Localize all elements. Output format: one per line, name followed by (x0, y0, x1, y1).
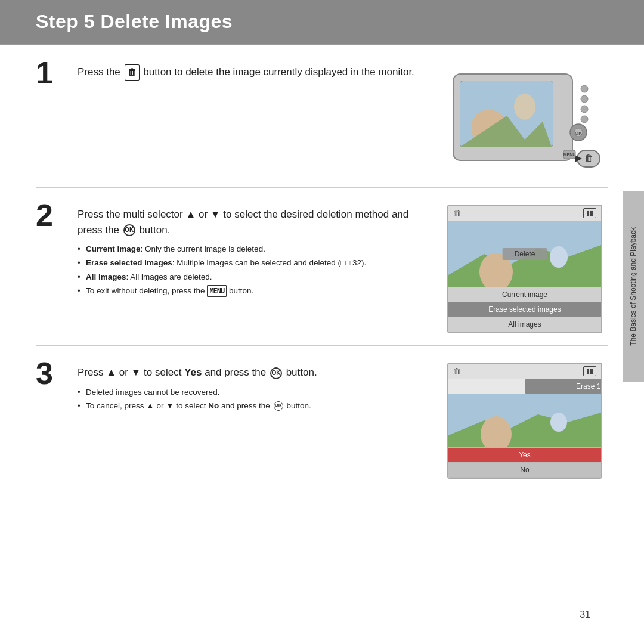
page-title: Step 5 Delete Images (36, 11, 233, 32)
step-1-number: 1 (36, 57, 60, 175)
step-3-text-col: Press ▲ or ▼ to select Yes and press the… (78, 363, 423, 479)
svg-point-7 (581, 95, 588, 103)
step-1-main-text: Press the 🗑 button to delete the image c… (78, 64, 423, 80)
ok-symbol-step3: OK (270, 367, 282, 379)
bullet-no-recovery: Deleted images cannot be recovered. (78, 386, 423, 398)
step-2-main-text: Press the multi selector ▲ or ▼ to selec… (78, 207, 423, 237)
page-number: 31 (580, 609, 590, 620)
screen-trash-icon-3: 🗑 (453, 367, 461, 376)
ok-symbol-cancel: OK (274, 401, 283, 411)
step-1-text-part2: button to delete the image currently dis… (143, 66, 414, 78)
svg-point-21 (550, 246, 568, 268)
step-3-screen: 🗑 ▮▮ Erase 1 image? Yes (447, 363, 602, 479)
bullet-exit: To exit without deleting, press the MENU… (78, 285, 423, 297)
landscape-svg-3 (448, 394, 601, 447)
screen-image-area-2: Delete (448, 221, 601, 287)
header-bar: Step 5 Delete Images (0, 0, 644, 45)
step-3-main-text: Press ▲ or ▼ to select Yes and press the… (78, 365, 423, 380)
side-tab: The Basics of Shooting and Playback (623, 191, 644, 382)
ok-symbol-step2: OK (123, 224, 135, 236)
screen-image-area-3 (448, 394, 601, 447)
menu-icon: MENU (207, 285, 227, 297)
step-1-text-part1: Press the (78, 66, 120, 78)
screen-trash-icon-2: 🗑 (453, 209, 461, 218)
svg-point-8 (581, 106, 588, 113)
step-2-bullets: Current image: Only the current image is… (78, 243, 423, 297)
step-3-bullets: Deleted images cannot be recovered. To c… (78, 386, 423, 413)
svg-text:MENU: MENU (564, 153, 576, 157)
camera-svg: OK 🗑 MENU (447, 62, 602, 175)
svg-point-9 (581, 116, 588, 123)
screen-battery-icon-2: ▮▮ (583, 208, 596, 218)
delete-label: Delete (503, 248, 547, 260)
menu-item-erase: Erase selected images (448, 302, 601, 317)
bullet-erase-selected: Erase selected images: Multiple images c… (78, 257, 423, 269)
step-1-row: 1 Press the 🗑 button to delete the image… (36, 45, 608, 188)
svg-point-25 (550, 413, 567, 432)
side-tab-text: The Basics of Shooting and Playback (628, 227, 639, 346)
screen-top-bar-3: 🗑 ▮▮ (448, 364, 601, 379)
svg-point-6 (581, 85, 588, 92)
menu-item-no: No (448, 463, 601, 478)
screen-battery-icon-3: ▮▮ (583, 366, 596, 376)
screen-top-bar-2: 🗑 ▮▮ (448, 206, 601, 221)
step-2-text-col: Press the multi selector ▲ or ▼ to selec… (78, 205, 423, 333)
screen-menu-area-3: Yes No (448, 447, 601, 478)
main-content: 1 Press the 🗑 button to delete the image… (0, 45, 644, 491)
step-2-screen: 🗑 ▮▮ Delete Current image Erase (447, 205, 602, 333)
screen-menu-area-2: Current image Erase selected images All … (448, 287, 601, 332)
trash-icon: 🗑 (125, 64, 140, 80)
step-2-number: 2 (36, 200, 60, 333)
step-3-number: 3 (36, 358, 60, 479)
svg-text:🗑: 🗑 (584, 153, 593, 163)
bullet-all-images: All images: All images are deleted. (78, 271, 423, 283)
menu-item-yes: Yes (448, 448, 601, 463)
step-1-image-col: OK 🗑 MENU (441, 62, 608, 175)
svg-text:OK: OK (575, 131, 582, 136)
menu-item-all: All images (448, 317, 601, 332)
bullet-current-image: Current image: Only the current image is… (78, 243, 423, 255)
menu-item-current: Current image (448, 287, 601, 302)
step-3-row: 3 Press ▲ or ▼ to select Yes and press t… (36, 346, 608, 491)
erase-prompt-bar: Erase 1 image? (525, 379, 602, 394)
step-1-text-col: Press the 🗑 button to delete the image c… (78, 62, 423, 175)
bullet-cancel: To cancel, press ▲ or ▼ to select No and… (78, 400, 423, 412)
svg-point-5 (514, 94, 535, 120)
step-2-row: 2 Press the multi selector ▲ or ▼ to sel… (36, 188, 608, 346)
step-2-image-col: 🗑 ▮▮ Delete Current image Erase (441, 205, 608, 333)
step-3-image-col: 🗑 ▮▮ Erase 1 image? Yes (441, 363, 608, 479)
